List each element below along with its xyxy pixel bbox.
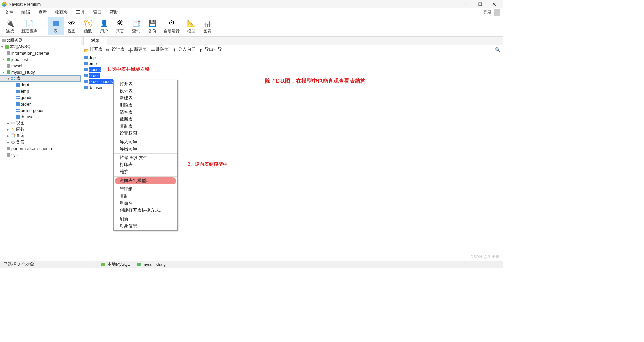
expand-icon[interactable]: ▸ (6, 134, 10, 138)
tree-db-jdbctest[interactable]: ▸jdbc_test (0, 56, 81, 63)
expand-icon[interactable]: ▸ (6, 128, 10, 131)
toolbar-autorun[interactable]: ⏱自动运行 (160, 17, 183, 35)
tree-table-ordergoods[interactable]: order_goods (0, 107, 81, 114)
tree-table-tbuser[interactable]: tb_user (0, 114, 81, 120)
toolbar-user[interactable]: 👤用户 (96, 17, 112, 35)
tab-objects[interactable]: 对象 (83, 36, 107, 45)
table-icon (84, 80, 88, 83)
server-active-icon (5, 45, 9, 49)
tree-table-emp[interactable]: emp (0, 88, 81, 94)
table-icon (84, 86, 88, 89)
toolbar-connect[interactable]: 🔌连接 (2, 17, 18, 35)
table-icon (84, 68, 88, 71)
database-icon (7, 58, 10, 61)
design-icon: ✏ (106, 48, 111, 52)
ctx-rename[interactable]: 重命名 (114, 200, 177, 207)
tree-folder-views[interactable]: ▸👁视图 (0, 120, 81, 126)
ctx-import-wizard[interactable]: 导入向导... (114, 139, 177, 146)
tree-db-perfschema[interactable]: performance_schema (0, 145, 81, 152)
ctx-open-table[interactable]: 打开表 (114, 81, 177, 88)
login-link[interactable]: 登录 (483, 9, 492, 15)
ctx-dump-sql[interactable]: 转储 SQL 文件 (114, 154, 177, 161)
list-item[interactable]: dept (83, 55, 502, 61)
tree-folder-queries[interactable]: ▸📑查询 (0, 133, 81, 139)
menu-edit[interactable]: 编辑 (17, 8, 34, 17)
tree-db-mysqlstudy[interactable]: ▾mysql_study (0, 69, 81, 75)
annotation-3: 除了E-R图，在模型中也能直观查看表结构 (265, 78, 366, 85)
ctx-design-table[interactable]: 设计表 (114, 88, 177, 95)
ctx-reverse-to-model[interactable]: 逆向表到模型... (115, 177, 176, 184)
ctx-copy[interactable]: 复制 (114, 193, 177, 200)
table-icon (84, 74, 88, 77)
ctx-export-wizard[interactable]: 导出向导... (114, 146, 177, 153)
tree-table-order[interactable]: order (0, 101, 81, 107)
toolbar-view[interactable]: 👁视图 (64, 17, 80, 35)
expand-icon[interactable]: ▸ (6, 140, 10, 144)
function-icon: f(x) (84, 19, 92, 28)
toolbar-model[interactable]: 📐模型 (183, 17, 199, 35)
collapse-icon[interactable]: ▾ (1, 70, 5, 74)
ctx-print-table[interactable]: 打印表 (114, 161, 177, 168)
query-icon: 📑 (132, 19, 141, 28)
ctx-object-info[interactable]: 对象信息 (114, 223, 177, 230)
titlebar: Navicat Premium (0, 0, 503, 8)
collapse-icon[interactable]: ▾ (6, 77, 10, 80)
toolbar-other[interactable]: 🛠其它 (112, 17, 128, 35)
menu-tools[interactable]: 工具 (72, 8, 89, 17)
tree-db-infoschema[interactable]: information_schema (0, 50, 81, 56)
ctx-empty-table[interactable]: 清空表 (114, 109, 177, 116)
tree-conn-tx[interactable]: tx服务器 (0, 37, 81, 44)
maximize-button[interactable] (473, 0, 487, 8)
views-folder-icon: 👁 (10, 121, 16, 126)
delete-table-button[interactable]: ➖删除表 (150, 47, 169, 52)
menu-file[interactable]: 文件 (1, 8, 17, 17)
server-icon (2, 39, 6, 42)
toolbar-table[interactable]: 表 (48, 17, 64, 35)
tree-db-sys[interactable]: sys (0, 152, 81, 158)
user-avatar-icon[interactable] (494, 9, 500, 16)
tree-folder-functions[interactable]: ▸fx函数 (0, 126, 81, 133)
toolbar-chart[interactable]: 📊图表 (199, 17, 215, 35)
ctx-truncate-table[interactable]: 截断表 (114, 116, 177, 123)
table-icon (16, 90, 20, 93)
tree-folder-tables[interactable]: ▾表 (0, 75, 81, 82)
minimize-button[interactable] (459, 0, 473, 8)
menu-favorites[interactable]: 收藏夹 (51, 8, 72, 17)
tree-db-mysql[interactable]: mysql (0, 63, 81, 69)
tree-table-goods[interactable]: goods (0, 94, 81, 101)
tree-conn-local[interactable]: ▾本地MySQL (0, 44, 81, 50)
ctx-delete-table[interactable]: 删除表 (114, 102, 177, 109)
toolbar-query[interactable]: 📑查询 (128, 17, 144, 35)
collapse-icon[interactable]: ▾ (0, 45, 4, 49)
ctx-manage-group[interactable]: 管理组 (114, 186, 177, 193)
ctx-copy-table[interactable]: 复制表 (114, 123, 177, 130)
expand-icon[interactable]: ▸ (6, 121, 10, 125)
connection-tree[interactable]: tx服务器 ▾本地MySQL information_schema ▸jdbc_… (0, 37, 81, 261)
ctx-create-shortcut[interactable]: 创建打开表快捷方式... (114, 207, 177, 214)
toolbar-newquery[interactable]: 📄新建查询 (18, 17, 41, 35)
functions-folder-icon: fx (10, 128, 16, 132)
expand-icon[interactable]: ▸ (1, 58, 5, 61)
search-icon[interactable]: 🔍 (495, 47, 500, 52)
ctx-set-privilege[interactable]: 设置权限 (114, 130, 177, 137)
queries-folder-icon: 📑 (10, 133, 16, 138)
menu-window[interactable]: 窗口 (89, 8, 106, 17)
import-wizard-button[interactable]: ⬇导入向导 (172, 47, 196, 52)
tree-folder-backups[interactable]: ▸备份 (0, 139, 81, 145)
menu-view[interactable]: 查看 (34, 8, 51, 17)
new-table-button[interactable]: ➕新建表 (128, 47, 147, 52)
ctx-refresh[interactable]: 刷新 (114, 216, 177, 223)
ctx-maintenance[interactable]: 维护 (114, 168, 177, 176)
newquery-icon: 📄 (25, 19, 34, 28)
export-wizard-button[interactable]: ⬆导出向导 (199, 47, 222, 52)
tree-table-dept[interactable]: dept (0, 82, 81, 88)
close-button[interactable] (487, 0, 501, 8)
open-table-button[interactable]: 📂打开表 (84, 47, 103, 52)
toolbar-function[interactable]: f(x)函数 (80, 17, 96, 35)
model-icon: 📐 (187, 19, 196, 28)
ctx-new-table[interactable]: 新建表 (114, 95, 177, 102)
list-item[interactable]: emp (83, 61, 502, 67)
menu-help[interactable]: 帮助 (106, 8, 122, 17)
toolbar-backup[interactable]: 💾备份 (144, 17, 160, 35)
design-table-button[interactable]: ✏设计表 (106, 47, 125, 52)
